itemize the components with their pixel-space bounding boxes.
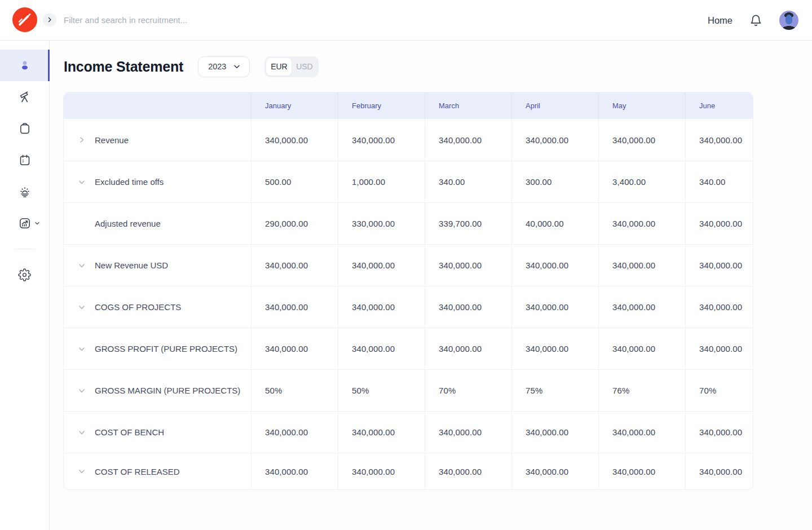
cell-value: 340,000.00 xyxy=(512,286,599,328)
row-expand-chevron-down-icon[interactable] xyxy=(77,386,86,395)
cell-value: 340,000.00 xyxy=(251,328,338,369)
cell-value: 40,000.00 xyxy=(512,203,599,244)
row-label-cell: Adjusted revenue xyxy=(64,203,251,244)
cell-value: 500.00 xyxy=(251,161,338,202)
sidebar-item-discover[interactable] xyxy=(0,81,50,113)
row-expand-chevron-down-icon[interactable] xyxy=(77,178,86,187)
row-expand-chevron-down-icon[interactable] xyxy=(77,467,86,476)
currency-toggle: EUR USD xyxy=(264,56,319,77)
row-expand-chevron-down-icon[interactable] xyxy=(77,303,86,312)
cell-value: 50% xyxy=(338,370,425,411)
row-expand-chevron-down-icon[interactable] xyxy=(77,344,86,354)
cell-value: 340,000.00 xyxy=(686,245,753,286)
cell-value: 75% xyxy=(512,370,599,411)
sidebar-item-settings[interactable] xyxy=(0,259,50,290)
sidebar-item-services[interactable] xyxy=(0,176,50,207)
cell-value: 340,000.00 xyxy=(686,203,753,244)
chevron-down-icon xyxy=(233,63,241,70)
row-chevron-spacer xyxy=(77,219,86,228)
column-header: June xyxy=(686,92,753,119)
app-logo[interactable] xyxy=(12,7,37,32)
column-header: May xyxy=(599,92,686,119)
sidebar xyxy=(0,41,50,530)
row-label-cell: Excluded time offs xyxy=(64,161,251,202)
row-expand-chevron-down-icon[interactable] xyxy=(77,261,86,270)
income-statement-table: JanuaryFebruaryMarchAprilMayJune Revenue… xyxy=(64,92,753,489)
bell-icon[interactable] xyxy=(749,14,762,27)
cell-value: 340,000.00 xyxy=(599,328,686,369)
cell-value: 330,000.00 xyxy=(338,203,425,244)
cell-value: 76% xyxy=(599,370,686,411)
table-row: COGS OF PROJECTS340,000.00340,000.00340,… xyxy=(64,286,753,328)
row-label: COST OF RELEASED xyxy=(95,467,180,476)
row-label: COST OF BENCH xyxy=(95,427,164,437)
cell-value: 340,000.00 xyxy=(251,453,338,489)
sidebar-divider xyxy=(15,249,35,249)
cell-value: 1,000.00 xyxy=(338,161,425,202)
cell-value: 340,000.00 xyxy=(338,245,425,286)
sidebar-item-calendar[interactable] xyxy=(0,144,50,176)
sidebar-item-analytics[interactable] xyxy=(0,207,50,239)
row-label-cell: GROSS MARGIN (PURE PROJECTS) xyxy=(64,370,251,411)
row-expand-chevron-right-icon[interactable] xyxy=(77,135,86,144)
sidebar-item-board[interactable] xyxy=(0,113,50,144)
cell-value: 70% xyxy=(686,370,753,411)
calendar-icon xyxy=(18,153,32,167)
cell-value: 340,000.00 xyxy=(338,286,425,328)
cell-value: 290,000.00 xyxy=(251,203,338,244)
cell-value: 340.00 xyxy=(425,161,512,202)
page-title: Income Statement xyxy=(64,59,183,75)
table-row: Adjusted revenue290,000.00330,000.00339,… xyxy=(64,202,753,244)
cell-value: 340,000.00 xyxy=(425,328,512,369)
currency-option-usd[interactable]: USD xyxy=(292,58,317,76)
row-label: Excluded time offs xyxy=(95,177,164,187)
chevron-down-icon xyxy=(34,220,40,226)
cell-value: 340,000.00 xyxy=(251,412,338,453)
table-row: Excluded time offs500.001,000.00340.0030… xyxy=(64,161,753,202)
cell-value: 340,000.00 xyxy=(512,412,599,453)
table-row: COST OF BENCH340,000.00340,000.00340,000… xyxy=(64,411,753,453)
column-header: April xyxy=(512,92,599,119)
row-expand-chevron-down-icon[interactable] xyxy=(77,428,86,437)
sidebar-collapse-button[interactable] xyxy=(43,13,56,26)
row-label: COGS OF PROJECTS xyxy=(95,302,181,312)
cell-value: 340,000.00 xyxy=(425,119,512,161)
currency-option-eur[interactable]: EUR xyxy=(266,58,292,76)
cell-value: 340,000.00 xyxy=(425,412,512,453)
row-label: Adjusted revenue xyxy=(95,219,161,228)
sunrise-icon xyxy=(18,185,32,198)
cell-value: 340.00 xyxy=(686,161,753,202)
sidebar-item-people[interactable] xyxy=(0,50,50,81)
cell-value: 340,000.00 xyxy=(512,328,599,369)
table-row: Revenue340,000.00340,000.00340,000.00340… xyxy=(64,119,753,161)
cell-value: 340,000.00 xyxy=(338,412,425,453)
row-label-cell: GROSS PROFIT (PURE PROJECTS) xyxy=(64,328,251,369)
row-label-cell: COST OF RELEASED xyxy=(64,453,251,489)
column-header: January xyxy=(251,92,338,119)
cell-value: 340,000.00 xyxy=(686,286,753,328)
cell-value: 340,000.00 xyxy=(599,119,686,161)
row-label-cell: Revenue xyxy=(64,119,251,161)
row-label: GROSS MARGIN (PURE PROJECTS) xyxy=(95,386,240,395)
telescope-icon xyxy=(18,90,32,104)
home-link[interactable]: Home xyxy=(708,15,732,26)
person-icon xyxy=(18,59,32,72)
topbar-right: Home xyxy=(708,0,798,41)
chevron-right-icon xyxy=(46,16,53,23)
cell-value: 50% xyxy=(251,370,338,411)
cell-value: 340,000.00 xyxy=(599,453,686,489)
avatar[interactable] xyxy=(779,11,798,30)
cell-value: 340,000.00 xyxy=(251,119,338,161)
cell-value: 3,400.00 xyxy=(599,161,686,202)
cell-value: 340,000.00 xyxy=(686,328,753,369)
cell-value: 70% xyxy=(425,370,512,411)
cell-value: 340,000.00 xyxy=(425,245,512,286)
row-label: Revenue xyxy=(95,135,129,145)
table-row: New Revenue USD340,000.00340,000.00340,0… xyxy=(64,244,753,286)
cell-value: 340,000.00 xyxy=(338,453,425,489)
cell-value: 340,000.00 xyxy=(599,286,686,328)
table-row: GROSS PROFIT (PURE PROJECTS)340,000.0034… xyxy=(64,328,753,369)
chart-icon xyxy=(18,217,32,230)
search-input[interactable] xyxy=(64,0,379,40)
year-select[interactable]: 2023 xyxy=(198,56,250,77)
